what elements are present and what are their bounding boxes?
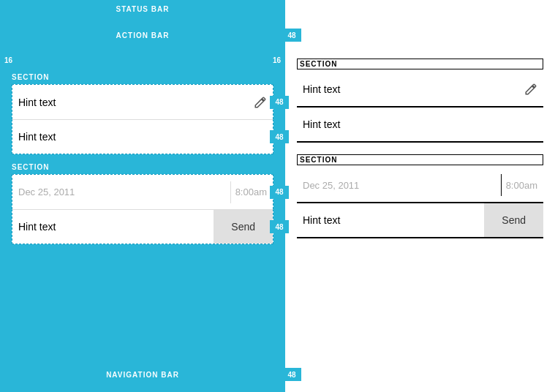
right-date-field[interactable]: Dec 25, 2011 [303, 180, 497, 191]
right-time-field[interactable]: 8:00am [506, 180, 537, 191]
date-row-badge: 48 [270, 186, 289, 199]
right-send-row[interactable]: Hint text Send [297, 203, 543, 238]
input-row-1[interactable]: Hint text 48 [12, 84, 273, 119]
right-date-time-row[interactable]: Dec 25, 2011 8:00am [297, 168, 543, 203]
date-field[interactable]: Dec 25, 2011 [18, 186, 226, 197]
right-input-row-1[interactable]: Hint text [297, 72, 543, 108]
margin-right-label: 16 [268, 56, 285, 64]
right-hint-text-2: Hint text [303, 118, 340, 130]
action-bar-badge: 48 [282, 29, 301, 42]
margin-left-label: 16 [0, 56, 17, 64]
nav-bar: NAVIGATION BAR 48 [0, 357, 285, 392]
date-time-divider [230, 181, 231, 203]
right-input-row-2[interactable]: Hint text [297, 108, 543, 143]
date-time-row[interactable]: Dec 25, 2011 8:00am 48 [12, 174, 273, 209]
send-button[interactable]: Send [214, 210, 273, 244]
input-row-2[interactable]: Hint text 48 [12, 119, 273, 154]
section1-label: SECTION [12, 73, 273, 81]
hint-text-1: Hint text [18, 97, 56, 108]
status-bar-label: STATUS BAR [116, 5, 170, 13]
nav-bar-badge: 48 [282, 368, 301, 381]
right-panel: SECTION Hint text Hint text SECTION Dec … [285, 0, 555, 392]
row2-badge: 48 [270, 130, 289, 143]
section2-label: SECTION [12, 163, 273, 171]
action-bar-label: ACTION BAR [116, 31, 170, 39]
send-row[interactable]: Hint text Send 48 [12, 209, 273, 244]
right-send-button[interactable]: Send [484, 203, 543, 237]
edit-icon-1 [254, 96, 267, 109]
nav-bar-label: NAVIGATION BAR [106, 371, 179, 379]
right-section2-label: SECTION [297, 154, 543, 165]
status-bar: STATUS BAR [0, 0, 285, 18]
row1-badge: 48 [270, 96, 289, 109]
right-date-time-divider [501, 174, 502, 196]
right-hint-text-1: Hint text [303, 83, 340, 95]
left-panel: STATUS BAR ACTION BAR 48 16 16 SECTION H… [0, 0, 285, 392]
action-bar: ACTION BAR 48 [0, 18, 285, 53]
right-send-hint-text: Hint text [303, 214, 484, 226]
right-section1-label: SECTION [297, 59, 543, 69]
send-hint-text: Hint text [18, 221, 214, 233]
time-field[interactable]: 8:00am [235, 186, 267, 197]
right-edit-icon-1 [524, 83, 537, 96]
hint-text-2: Hint text [18, 131, 56, 143]
send-row-badge: 48 [270, 220, 289, 233]
